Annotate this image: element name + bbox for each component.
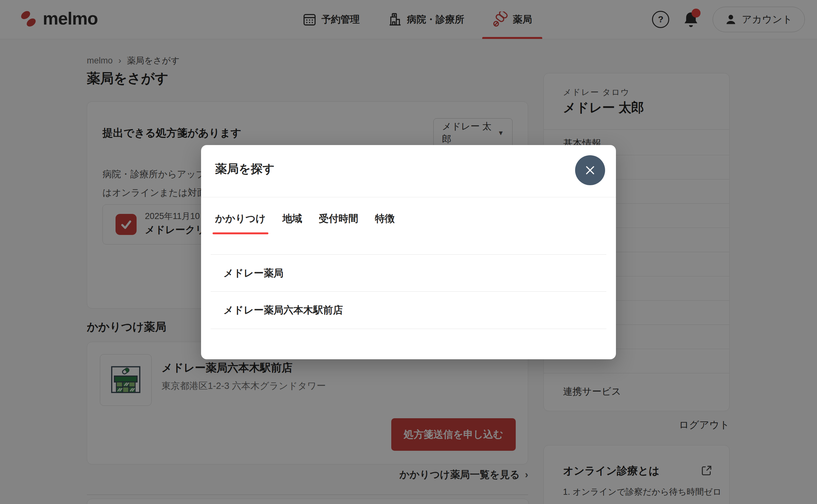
active-tab-underline <box>213 232 269 234</box>
divider <box>201 197 616 197</box>
tab-label: 地域 <box>283 213 302 224</box>
close-icon <box>584 164 596 177</box>
pharmacy-result-row[interactable]: メドレー薬局六本木駅前店 <box>211 291 606 329</box>
modal-title: 薬局を探す <box>215 161 275 177</box>
tab-hours[interactable]: 受付時間 <box>319 208 358 234</box>
tab-area[interactable]: 地域 <box>283 208 302 234</box>
modal-tabs: かかりつけ 地域 受付時間 特徴 <box>215 208 395 234</box>
close-button[interactable] <box>575 155 605 185</box>
pharmacy-search-modal: 薬局を探す かかりつけ 地域 受付時間 特徴 <box>201 145 616 359</box>
tab-kakaritsuke[interactable]: かかりつけ <box>215 208 266 234</box>
pharmacy-result-name: メドレー薬局六本木駅前店 <box>211 303 343 317</box>
pharmacy-result-row[interactable]: メドレー薬局 <box>211 255 606 292</box>
tab-label: かかりつけ <box>215 213 266 224</box>
tab-features[interactable]: 特徴 <box>375 208 395 234</box>
app-window: melmo 予約管理 <box>0 0 817 504</box>
tab-label: 特徴 <box>375 213 395 224</box>
pharmacy-result-name: メドレー薬局 <box>211 267 283 280</box>
tab-label: 受付時間 <box>319 213 358 224</box>
